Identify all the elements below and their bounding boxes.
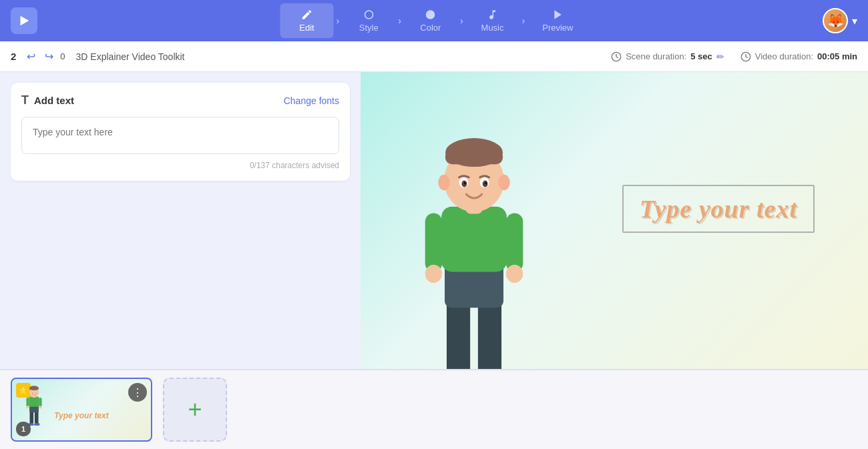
- edit-duration-button[interactable]: ✏: [716, 51, 724, 62]
- svg-rect-12: [425, 213, 442, 272]
- nav-tabs: Edit › Style › Color › Music › Preview: [280, 3, 588, 38]
- text-icon: T: [21, 93, 29, 107]
- svg-point-22: [498, 175, 510, 190]
- svg-rect-40: [29, 396, 39, 406]
- user-avatar[interactable]: 🦊 ▾: [823, 8, 857, 33]
- character-figure: [414, 112, 534, 369]
- svg-rect-44: [29, 388, 39, 390]
- nav-chevron-2: ›: [395, 15, 404, 26]
- scene-duration: Scene duration: 5 sec ✏: [611, 51, 724, 62]
- svg-point-27: [464, 182, 466, 185]
- undo-redo-controls: ↩ ↪ 0: [24, 49, 65, 64]
- scene-thumb-menu-button[interactable]: ⋮: [128, 383, 147, 402]
- undo-button[interactable]: ↩: [24, 49, 38, 64]
- svg-rect-16: [441, 207, 507, 272]
- video-duration-value: 00:05 min: [817, 51, 857, 61]
- breadcrumb-bar: 2 ↩ ↪ 0 3D Explainer Video Toolkit Scene…: [0, 41, 868, 72]
- clock-icon: [611, 51, 622, 62]
- scene-thumb-number: 1: [16, 422, 31, 436]
- scene-duration-label: Scene duration:: [626, 51, 686, 61]
- add-text-card: T Add text Change fonts 0/137 characters…: [11, 83, 350, 181]
- svg-marker-0: [21, 16, 29, 26]
- scene-duration-value: 5 sec: [690, 51, 712, 61]
- svg-point-48: [35, 392, 36, 394]
- svg-rect-37: [39, 398, 42, 407]
- left-panel: T Add text Change fonts 0/137 characters…: [0, 72, 361, 369]
- char-count: 0/137 characters advised: [21, 161, 339, 170]
- svg-point-14: [425, 265, 442, 283]
- tab-edit[interactable]: Edit: [280, 3, 334, 38]
- svg-point-39: [39, 406, 42, 408]
- svg-point-38: [26, 406, 29, 408]
- logo-button[interactable]: [11, 7, 37, 34]
- scene-number: 2: [11, 51, 16, 62]
- svg-rect-13: [506, 213, 523, 272]
- svg-rect-20: [445, 150, 503, 165]
- tab-preview[interactable]: Preview: [527, 3, 588, 38]
- scene-thumb-text: Type your text: [54, 411, 109, 420]
- video-clock-icon: [740, 51, 751, 62]
- svg-point-15: [506, 265, 523, 283]
- tab-style[interactable]: Style: [342, 3, 395, 38]
- avatar-image: 🦊: [823, 8, 848, 33]
- svg-point-1: [426, 10, 435, 19]
- scene-1-thumbnail[interactable]: ⭐ ⋮ Type your text 1: [11, 378, 152, 442]
- canvas-text-box[interactable]: Type your text: [622, 185, 815, 233]
- redo-button[interactable]: ↪: [42, 49, 56, 64]
- change-fonts-button[interactable]: Change fonts: [284, 95, 339, 106]
- text-input[interactable]: [21, 117, 339, 154]
- add-text-title: T Add text: [21, 93, 74, 107]
- duration-info: Scene duration: 5 sec ✏ Video duration: …: [611, 51, 857, 62]
- nav-chevron-1: ›: [334, 15, 343, 26]
- video-duration: Video duration: 00:05 min: [740, 51, 857, 62]
- svg-point-47: [32, 392, 33, 394]
- svg-point-28: [485, 182, 487, 185]
- redo-count: 0: [60, 51, 65, 61]
- nav-chevron-4: ›: [519, 15, 528, 26]
- svg-marker-2: [554, 10, 562, 19]
- add-scene-button[interactable]: +: [163, 378, 227, 442]
- nav-chevron-3: ›: [457, 15, 466, 26]
- avatar-chevron-icon: ▾: [852, 15, 857, 27]
- canvas-area[interactable]: Type your text: [361, 72, 868, 369]
- tab-color[interactable]: Color: [404, 3, 457, 38]
- canvas-text: Type your text: [640, 195, 797, 223]
- svg-rect-36: [26, 398, 29, 407]
- video-duration-label: Video duration:: [755, 51, 813, 61]
- timeline: ⭐ ⋮ Type your text 1: [0, 369, 868, 449]
- main-content: T Add text Change fonts 0/137 characters…: [0, 72, 868, 369]
- top-navigation: Edit › Style › Color › Music › Preview 🦊…: [0, 0, 868, 41]
- project-title: 3D Explainer Video Toolkit: [76, 51, 185, 62]
- scene-thumb-character: [17, 382, 51, 427]
- svg-point-21: [438, 175, 450, 190]
- add-text-header: T Add text Change fonts: [21, 93, 339, 107]
- tab-music[interactable]: Music: [466, 3, 519, 38]
